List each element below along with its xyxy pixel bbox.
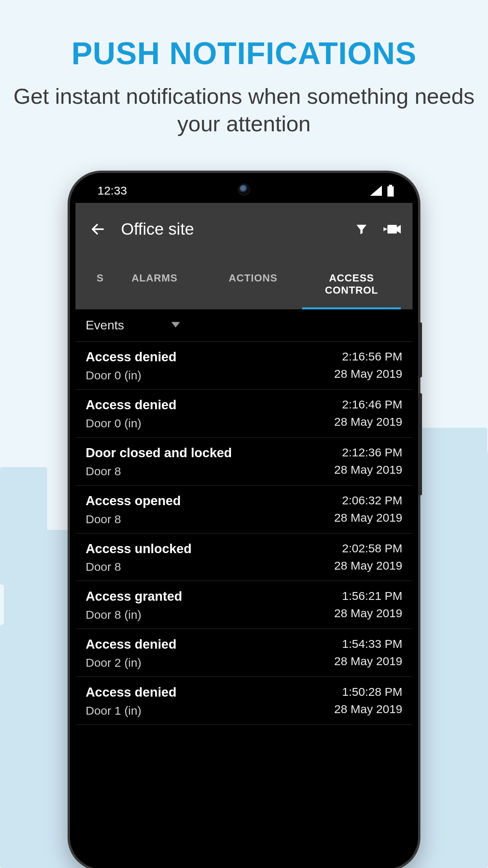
- battery-icon: [387, 185, 394, 197]
- promo-title: PUSH NOTIFICATIONS: [0, 35, 488, 72]
- event-row[interactable]: Access deniedDoor 0 (in)2:16:56 PM28 May…: [75, 342, 413, 390]
- event-date: 28 May 2019: [334, 702, 402, 716]
- chevron-down-icon: [171, 322, 180, 329]
- event-title: Access denied: [86, 636, 176, 653]
- event-title: Access granted: [86, 588, 182, 605]
- filter-button[interactable]: [353, 221, 370, 238]
- svg-rect-3: [387, 225, 397, 234]
- event-subtitle: Door 8: [86, 513, 181, 526]
- event-date: 28 May 2019: [334, 655, 402, 668]
- events-filter-dropdown[interactable]: Events: [75, 309, 413, 342]
- status-bar: 12:33: [75, 178, 413, 203]
- svg-marker-6: [171, 322, 180, 327]
- event-row[interactable]: Access deniedDoor 1 (in)1:50:28 PM28 May…: [75, 677, 413, 725]
- event-row[interactable]: Door closed and lockedDoor 82:12:36 PM28…: [75, 438, 413, 485]
- tab-access-control[interactable]: ACCESS CONTROL: [302, 262, 401, 309]
- event-subtitle: Door 8 (in): [86, 608, 182, 622]
- event-subtitle: Door 0 (in): [86, 369, 176, 382]
- svg-rect-0: [389, 185, 392, 186]
- event-time: 2:12:36 PM: [334, 445, 402, 460]
- phone-frame: 12:33 Office site: [70, 173, 418, 868]
- event-date: 28 May 2019: [334, 607, 402, 620]
- event-title: Access opened: [86, 493, 181, 509]
- video-camera-icon: [383, 223, 401, 235]
- events-filter-label: Events: [86, 318, 124, 333]
- app-bar: Office site S ALARMS ACTIONS: [75, 203, 413, 309]
- camera-button[interactable]: [383, 221, 401, 238]
- tab-partial[interactable]: S: [87, 262, 105, 309]
- event-title: Door closed and locked: [86, 445, 232, 462]
- status-time: 12:33: [97, 184, 127, 197]
- event-subtitle: Door 2 (in): [86, 656, 176, 669]
- back-button[interactable]: [87, 219, 108, 240]
- event-date: 28 May 2019: [334, 463, 402, 476]
- event-time: 2:02:58 PM: [334, 541, 402, 556]
- event-title: Access denied: [86, 349, 176, 366]
- svg-rect-1: [387, 186, 394, 197]
- event-date: 28 May 2019: [334, 559, 402, 572]
- event-subtitle: Door 1 (in): [86, 704, 176, 717]
- promo-subtitle: Get instant notifications when something…: [0, 83, 488, 138]
- tab-bar: S ALARMS ACTIONS ACCESS CONTROL: [87, 262, 401, 309]
- event-title: Access unlocked: [86, 541, 192, 557]
- event-title: Access denied: [86, 684, 176, 701]
- svg-marker-4: [397, 225, 401, 234]
- signal-icon: [370, 186, 382, 196]
- event-row[interactable]: Access unlockedDoor 82:02:58 PM28 May 20…: [75, 533, 413, 581]
- event-row[interactable]: Access grantedDoor 8 (in)1:56:21 PM28 Ma…: [75, 581, 413, 629]
- phone-side-button: [418, 322, 422, 377]
- page-title: Office site: [121, 220, 353, 239]
- event-subtitle: Door 8: [86, 465, 232, 478]
- event-title: Access denied: [86, 397, 176, 414]
- event-date: 28 May 2019: [334, 415, 402, 428]
- event-subtitle: Door 8: [86, 560, 192, 574]
- event-row[interactable]: Access deniedDoor 2 (in)1:54:33 PM28 May…: [75, 629, 413, 677]
- arrow-left-icon: [90, 221, 106, 237]
- event-time: 1:50:28 PM: [334, 684, 402, 699]
- event-time: 2:06:32 PM: [334, 493, 402, 508]
- svg-marker-5: [383, 227, 387, 231]
- event-row[interactable]: Access openedDoor 82:06:32 PM28 May 2019: [75, 485, 413, 533]
- events-list[interactable]: Access deniedDoor 0 (in)2:16:56 PM28 May…: [75, 342, 413, 863]
- event-time: 1:56:21 PM: [334, 588, 402, 603]
- camera-notch: [239, 185, 249, 194]
- tab-actions[interactable]: ACTIONS: [204, 262, 303, 309]
- event-date: 28 May 2019: [334, 511, 402, 524]
- event-date: 28 May 2019: [334, 367, 402, 381]
- funnel-icon: [355, 223, 368, 236]
- event-row[interactable]: Access deniedDoor 0 (in)2:16:46 PM28 May…: [75, 390, 413, 438]
- tab-alarms[interactable]: ALARMS: [105, 262, 204, 309]
- phone-side-button: [418, 393, 422, 495]
- event-time: 1:54:33 PM: [334, 636, 402, 651]
- event-time: 2:16:46 PM: [334, 397, 402, 412]
- event-time: 2:16:56 PM: [334, 349, 402, 364]
- event-subtitle: Door 0 (in): [86, 417, 176, 430]
